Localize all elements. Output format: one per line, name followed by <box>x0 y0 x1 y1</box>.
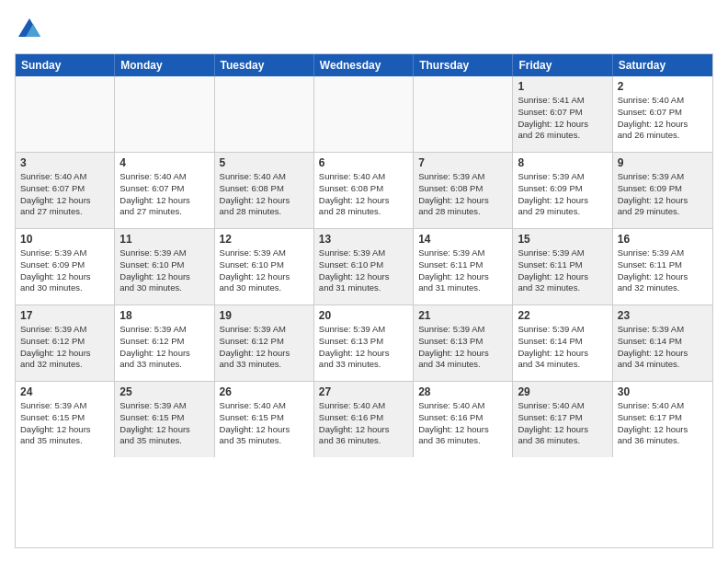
day-number: 10 <box>20 233 109 246</box>
calendar-cell: 3Sunrise: 5:40 AM Sunset: 6:07 PM Daylig… <box>16 153 115 228</box>
calendar-cell: 5Sunrise: 5:40 AM Sunset: 6:08 PM Daylig… <box>215 153 314 228</box>
day-number: 19 <box>220 309 309 322</box>
day-number: 30 <box>618 385 708 398</box>
day-number: 26 <box>220 385 309 398</box>
calendar-cell: 4Sunrise: 5:40 AM Sunset: 6:07 PM Daylig… <box>115 153 214 228</box>
day-info: Sunrise: 5:39 AM Sunset: 6:09 PM Dayligh… <box>20 247 109 294</box>
day-info: Sunrise: 5:39 AM Sunset: 6:09 PM Dayligh… <box>518 171 607 218</box>
day-number: 21 <box>418 309 507 322</box>
calendar-cell: 26Sunrise: 5:40 AM Sunset: 6:15 PM Dayli… <box>215 382 314 457</box>
calendar-cell <box>115 76 214 152</box>
day-number: 9 <box>618 156 708 169</box>
day-info: Sunrise: 5:40 AM Sunset: 6:08 PM Dayligh… <box>220 171 309 218</box>
day-number: 3 <box>20 156 109 169</box>
calendar-header-cell: Friday <box>513 54 612 76</box>
calendar-cell: 15Sunrise: 5:39 AM Sunset: 6:11 PM Dayli… <box>513 229 612 304</box>
day-info: Sunrise: 5:39 AM Sunset: 6:08 PM Dayligh… <box>418 171 507 218</box>
calendar-cell: 28Sunrise: 5:40 AM Sunset: 6:16 PM Dayli… <box>414 382 513 457</box>
logo-icon <box>15 15 44 44</box>
day-number: 27 <box>319 385 408 398</box>
day-info: Sunrise: 5:39 AM Sunset: 6:13 PM Dayligh… <box>319 324 408 371</box>
day-info: Sunrise: 5:39 AM Sunset: 6:14 PM Dayligh… <box>518 324 607 371</box>
calendar-cell: 10Sunrise: 5:39 AM Sunset: 6:09 PM Dayli… <box>16 229 115 304</box>
calendar-cell: 30Sunrise: 5:40 AM Sunset: 6:17 PM Dayli… <box>613 382 712 457</box>
day-number: 25 <box>119 385 209 398</box>
calendar-cell: 8Sunrise: 5:39 AM Sunset: 6:09 PM Daylig… <box>513 153 612 228</box>
day-info: Sunrise: 5:39 AM Sunset: 6:15 PM Dayligh… <box>20 400 109 447</box>
day-info: Sunrise: 5:40 AM Sunset: 6:08 PM Dayligh… <box>319 171 408 218</box>
day-number: 24 <box>20 385 109 398</box>
day-info: Sunrise: 5:39 AM Sunset: 6:09 PM Dayligh… <box>618 171 708 218</box>
day-info: Sunrise: 5:39 AM Sunset: 6:11 PM Dayligh… <box>418 247 507 294</box>
calendar-header-cell: Tuesday <box>215 54 314 76</box>
calendar-cell: 17Sunrise: 5:39 AM Sunset: 6:12 PM Dayli… <box>16 305 115 381</box>
day-number: 28 <box>418 385 507 398</box>
calendar-cell: 27Sunrise: 5:40 AM Sunset: 6:16 PM Dayli… <box>314 382 414 457</box>
day-info: Sunrise: 5:39 AM Sunset: 6:15 PM Dayligh… <box>119 400 209 447</box>
calendar-row: 10Sunrise: 5:39 AM Sunset: 6:09 PM Dayli… <box>16 229 712 305</box>
calendar-cell: 9Sunrise: 5:39 AM Sunset: 6:09 PM Daylig… <box>613 153 712 228</box>
calendar-cell: 19Sunrise: 5:39 AM Sunset: 6:12 PM Dayli… <box>215 305 314 381</box>
day-number: 11 <box>119 233 209 246</box>
day-info: Sunrise: 5:39 AM Sunset: 6:12 PM Dayligh… <box>20 324 109 371</box>
day-info: Sunrise: 5:40 AM Sunset: 6:17 PM Dayligh… <box>618 400 708 447</box>
calendar-header-cell: Saturday <box>613 54 712 76</box>
day-number: 22 <box>518 309 607 322</box>
calendar-header-cell: Sunday <box>16 54 115 76</box>
day-number: 16 <box>618 233 708 246</box>
day-number: 4 <box>119 156 209 169</box>
day-info: Sunrise: 5:39 AM Sunset: 6:12 PM Dayligh… <box>220 324 309 371</box>
calendar-cell: 16Sunrise: 5:39 AM Sunset: 6:11 PM Dayli… <box>613 229 712 304</box>
day-number: 1 <box>518 80 607 93</box>
day-number: 23 <box>618 309 708 322</box>
day-info: Sunrise: 5:40 AM Sunset: 6:07 PM Dayligh… <box>119 171 209 218</box>
day-number: 13 <box>319 233 408 246</box>
day-number: 8 <box>518 156 607 169</box>
calendar-cell: 7Sunrise: 5:39 AM Sunset: 6:08 PM Daylig… <box>414 153 513 228</box>
calendar-cell: 2Sunrise: 5:40 AM Sunset: 6:07 PM Daylig… <box>613 76 712 152</box>
calendar-cell <box>314 76 414 152</box>
day-number: 5 <box>220 156 309 169</box>
day-number: 18 <box>119 309 209 322</box>
day-info: Sunrise: 5:39 AM Sunset: 6:11 PM Dayligh… <box>518 247 607 294</box>
calendar-row: 1Sunrise: 5:41 AM Sunset: 6:07 PM Daylig… <box>16 76 712 153</box>
day-number: 2 <box>618 80 708 93</box>
day-info: Sunrise: 5:39 AM Sunset: 6:10 PM Dayligh… <box>119 247 209 294</box>
calendar-cell: 1Sunrise: 5:41 AM Sunset: 6:07 PM Daylig… <box>513 76 612 152</box>
calendar-cell: 20Sunrise: 5:39 AM Sunset: 6:13 PM Dayli… <box>314 305 414 381</box>
calendar-cell: 12Sunrise: 5:39 AM Sunset: 6:10 PM Dayli… <box>215 229 314 304</box>
day-info: Sunrise: 5:39 AM Sunset: 6:10 PM Dayligh… <box>220 247 309 294</box>
day-info: Sunrise: 5:39 AM Sunset: 6:12 PM Dayligh… <box>119 324 209 371</box>
day-info: Sunrise: 5:40 AM Sunset: 6:07 PM Dayligh… <box>20 171 109 218</box>
day-info: Sunrise: 5:39 AM Sunset: 6:11 PM Dayligh… <box>618 247 708 294</box>
calendar-body: 1Sunrise: 5:41 AM Sunset: 6:07 PM Daylig… <box>16 76 712 457</box>
calendar-cell: 21Sunrise: 5:39 AM Sunset: 6:13 PM Dayli… <box>414 305 513 381</box>
logo <box>15 15 48 44</box>
calendar-cell: 29Sunrise: 5:40 AM Sunset: 6:17 PM Dayli… <box>513 382 612 457</box>
calendar-row: 17Sunrise: 5:39 AM Sunset: 6:12 PM Dayli… <box>16 305 712 382</box>
calendar-cell: 6Sunrise: 5:40 AM Sunset: 6:08 PM Daylig… <box>314 153 414 228</box>
calendar-header: SundayMondayTuesdayWednesdayThursdayFrid… <box>16 54 712 76</box>
calendar-cell: 24Sunrise: 5:39 AM Sunset: 6:15 PM Dayli… <box>16 382 115 457</box>
header <box>15 15 713 44</box>
day-info: Sunrise: 5:39 AM Sunset: 6:13 PM Dayligh… <box>418 324 507 371</box>
day-info: Sunrise: 5:40 AM Sunset: 6:07 PM Dayligh… <box>618 95 708 142</box>
calendar-cell: 25Sunrise: 5:39 AM Sunset: 6:15 PM Dayli… <box>115 382 214 457</box>
calendar: SundayMondayTuesdayWednesdayThursdayFrid… <box>15 53 713 548</box>
calendar-cell: 14Sunrise: 5:39 AM Sunset: 6:11 PM Dayli… <box>414 229 513 304</box>
calendar-cell: 11Sunrise: 5:39 AM Sunset: 6:10 PM Dayli… <box>115 229 214 304</box>
calendar-cell <box>414 76 513 152</box>
page: SundayMondayTuesdayWednesdayThursdayFrid… <box>0 0 728 563</box>
day-number: 7 <box>418 156 507 169</box>
day-number: 12 <box>220 233 309 246</box>
day-number: 14 <box>418 233 507 246</box>
day-number: 15 <box>518 233 607 246</box>
day-number: 29 <box>518 385 607 398</box>
calendar-header-cell: Monday <box>115 54 214 76</box>
calendar-cell <box>16 76 115 152</box>
calendar-row: 24Sunrise: 5:39 AM Sunset: 6:15 PM Dayli… <box>16 382 712 457</box>
day-info: Sunrise: 5:39 AM Sunset: 6:10 PM Dayligh… <box>319 247 408 294</box>
calendar-header-cell: Wednesday <box>314 54 414 76</box>
day-info: Sunrise: 5:40 AM Sunset: 6:15 PM Dayligh… <box>220 400 309 447</box>
day-info: Sunrise: 5:40 AM Sunset: 6:16 PM Dayligh… <box>418 400 507 447</box>
